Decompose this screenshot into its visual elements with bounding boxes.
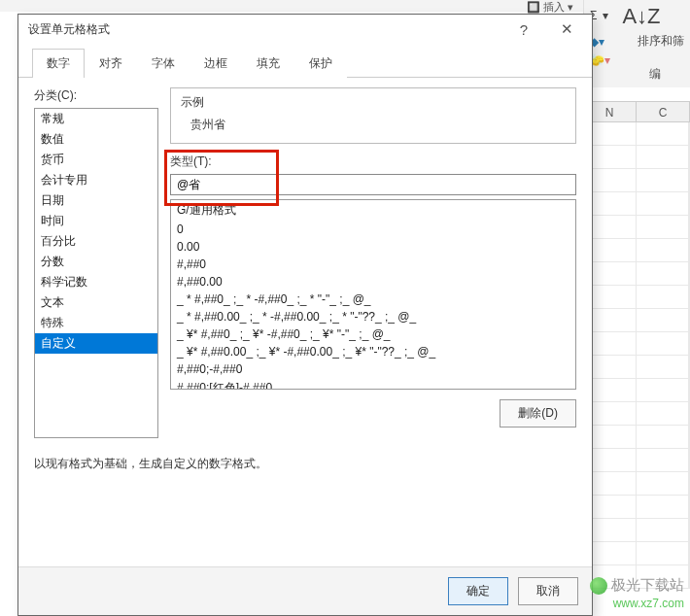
type-label: 类型(T): xyxy=(170,154,576,170)
col-header-c: C xyxy=(637,102,690,121)
column-headers[interactable]: N C xyxy=(583,101,690,122)
dialog-titlebar: 设置单元格格式 ? ✕ xyxy=(18,15,592,44)
format-item[interactable]: _ * #,##0_ ;_ * -#,##0_ ;_ * "-"_ ;_ @_ xyxy=(171,291,575,308)
category-item[interactable]: 自定义 xyxy=(35,333,157,354)
format-item[interactable]: #,##0;[红色]-#,##0 xyxy=(171,378,575,390)
format-item[interactable]: #,##0.00 xyxy=(171,273,575,291)
tab-protection[interactable]: 保护 xyxy=(294,49,347,78)
format-item[interactable]: _ * #,##0.00_ ;_ * -#,##0.00_ ;_ * "-"??… xyxy=(171,308,575,325)
ribbon-edit-group-label: 编 xyxy=(649,66,661,83)
category-item[interactable]: 日期 xyxy=(35,190,157,211)
hint-text: 以现有格式为基础，生成自定义的数字格式。 xyxy=(34,456,576,472)
ribbon-fragment xyxy=(0,0,583,12)
category-item[interactable]: 常规 xyxy=(35,109,157,129)
category-listbox[interactable]: 常规数值货币会计专用日期时间百分比分数科学记数文本特殊自定义 xyxy=(34,108,158,438)
dialog-tabs: 数字 对齐 字体 边框 填充 保护 xyxy=(18,44,592,78)
format-item[interactable]: #,##0 xyxy=(171,256,575,273)
category-item[interactable]: 科学记数 xyxy=(35,272,157,292)
ribbon-insert-label: 🔲 插入 ▾ xyxy=(527,0,573,14)
format-item[interactable]: _ ¥* #,##0.00_ ;_ ¥* -#,##0.00_ ;_ ¥* "-… xyxy=(171,343,575,360)
sort-filter-icon: A↓Z xyxy=(622,4,660,29)
dialog-footer: 确定 取消 xyxy=(18,566,592,615)
cells-area[interactable] xyxy=(583,122,690,589)
category-label: 分类(C): xyxy=(34,87,158,104)
category-item[interactable]: 货币 xyxy=(35,150,157,170)
sort-filter-button[interactable]: A↓Z xyxy=(622,4,660,29)
format-item[interactable]: _ ¥* #,##0_ ;_ ¥* -#,##0_ ;_ ¥* "-"_ ;_ … xyxy=(171,325,575,343)
category-item[interactable]: 分数 xyxy=(35,252,157,272)
type-input[interactable] xyxy=(170,174,576,195)
sample-box: 示例 贵州省 xyxy=(170,87,576,144)
delete-button[interactable]: 删除(D) xyxy=(500,399,576,428)
format-item[interactable]: G/通用格式 xyxy=(171,200,575,221)
autosum-dropdown-icon[interactable]: ▾ xyxy=(603,9,608,22)
close-button[interactable]: ✕ xyxy=(545,16,588,43)
ok-button[interactable]: 确定 xyxy=(448,577,508,605)
tab-alignment[interactable]: 对齐 xyxy=(85,49,137,78)
ribbon-right-panel: Σ ▾ A↓Z ◆▾ 排序和筛 🧽▾ xyxy=(583,0,690,87)
format-cells-dialog: 设置单元格格式 ? ✕ 数字 对齐 字体 边框 填充 保护 分类(C): 常规数… xyxy=(17,14,593,616)
spreadsheet-grid[interactable]: N C xyxy=(583,87,690,616)
tab-border[interactable]: 边框 xyxy=(190,49,242,78)
format-item[interactable]: 0.00 xyxy=(171,238,575,256)
help-button[interactable]: ? xyxy=(502,16,545,43)
category-item[interactable]: 会计专用 xyxy=(35,170,157,190)
category-item[interactable]: 特殊 xyxy=(35,313,157,333)
clear-icon[interactable]: 🧽▾ xyxy=(590,53,610,67)
tab-fill[interactable]: 填充 xyxy=(242,49,294,78)
format-item[interactable]: #,##0;-#,##0 xyxy=(171,360,575,378)
sample-label: 示例 xyxy=(181,94,566,111)
format-item[interactable]: 0 xyxy=(171,221,575,238)
dialog-content: 分类(C): 常规数值货币会计专用日期时间百分比分数科学记数文本特殊自定义 示例… xyxy=(18,78,592,566)
category-item[interactable]: 时间 xyxy=(35,211,157,231)
category-item[interactable]: 数值 xyxy=(35,129,157,150)
format-listbox[interactable]: G/通用格式00.00#,##0#,##0.00_ * #,##0_ ;_ * … xyxy=(170,199,576,390)
dialog-title: 设置单元格格式 xyxy=(28,21,502,38)
cancel-button[interactable]: 取消 xyxy=(518,577,578,605)
category-item[interactable]: 百分比 xyxy=(35,231,157,252)
category-item[interactable]: 文本 xyxy=(35,292,157,313)
sort-filter-label: 排序和筛 xyxy=(638,33,684,50)
tab-number[interactable]: 数字 xyxy=(32,49,85,78)
tab-font[interactable]: 字体 xyxy=(137,49,190,78)
sample-value: 贵州省 xyxy=(181,117,566,133)
